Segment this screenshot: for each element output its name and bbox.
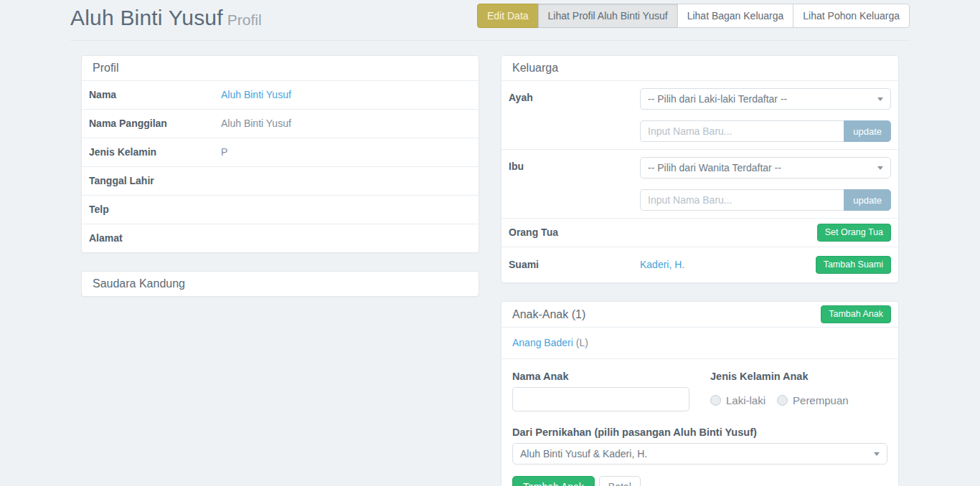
laki-laki-radio-label: Laki-laki xyxy=(726,394,765,406)
perempuan-radio[interactable] xyxy=(777,395,788,406)
jenis-kelamin-anak-label: Jenis Kelamin Anak xyxy=(710,370,887,383)
laki-laki-radio[interactable] xyxy=(710,395,721,406)
child-name-link[interactable]: Anang Baderi xyxy=(512,337,573,348)
nama-anak-input[interactable] xyxy=(512,387,689,411)
page-container: Aluh Binti YusufProfil Edit Data Lihat P… xyxy=(70,0,910,486)
table-row: Nama Aluh Binti Yusuf xyxy=(82,81,479,109)
set-orang-tua-button[interactable]: Set Orang Tua xyxy=(817,224,891,242)
row-value: P xyxy=(221,146,471,159)
row-label: Ayah xyxy=(509,88,633,142)
anak-anak-heading-text: Anak-Anak (1) xyxy=(512,308,585,321)
orang-tua-row: Orang Tua Set Orang Tua xyxy=(501,218,898,247)
ayah-input-group: update xyxy=(640,120,891,142)
tambah-suami-button[interactable]: Tambah Suami xyxy=(816,256,891,274)
saudara-kandung-panel: Saudara Kandung xyxy=(81,271,479,297)
add-child-form: Nama Anak Jenis Kelamin Anak Laki-laki xyxy=(501,358,898,486)
table-row: Alamat xyxy=(82,224,479,252)
row-value xyxy=(221,174,471,188)
row-label: Alamat xyxy=(89,232,214,245)
row-label: Ibu xyxy=(509,157,633,211)
row-label: Tanggal Lahir xyxy=(89,174,214,188)
suami-name-link[interactable]: Kaderi, H. xyxy=(640,259,684,270)
table-row: Jenis Kelamin P xyxy=(82,138,479,166)
pernikahan-select[interactable]: Aluh Binti Yusuf & Kaderi, H. xyxy=(512,443,887,464)
table-row: Nama Panggilan Aluh Binti Yusuf xyxy=(82,109,479,138)
ibu-input-group: update xyxy=(640,189,891,211)
profil-table: Nama Aluh Binti Yusuf Nama Panggilan Alu… xyxy=(82,81,479,252)
tambah-anak-submit-button[interactable]: Tambah Anak xyxy=(512,476,595,486)
table-row: Tanggal Lahir xyxy=(82,166,479,195)
ayah-select[interactable]: -- Pilih dari Laki-laki Terdaftar -- xyxy=(640,88,891,110)
row-label: Nama xyxy=(89,88,214,102)
ayah-update-button[interactable]: update xyxy=(844,120,891,142)
row-value: Aluh Binti Yusuf xyxy=(221,117,471,130)
left-column: Profil Nama Aluh Binti Yusuf Nama Panggi… xyxy=(70,55,490,486)
perempuan-radio-label: Perempuan xyxy=(793,394,849,406)
ayah-select-wrap: -- Pilih dari Laki-laki Terdaftar -- xyxy=(640,88,891,110)
row-label: Jenis Kelamin xyxy=(89,146,214,159)
ayah-new-name-input[interactable] xyxy=(640,120,844,142)
lihat-profil-button[interactable]: Lihat Profil Aluh Binti Yusuf xyxy=(538,4,678,28)
row-value xyxy=(221,232,471,245)
profil-panel: Profil Nama Aluh Binti Yusuf Nama Panggi… xyxy=(81,55,479,253)
saudara-kandung-heading: Saudara Kandung xyxy=(82,272,479,296)
row-label: Orang Tua xyxy=(509,226,633,239)
edit-data-button[interactable]: Edit Data xyxy=(477,4,539,28)
ibu-new-name-input[interactable] xyxy=(640,189,844,211)
anak-anak-panel: Anak-Anak (1) Tambah Anak Anang Baderi (… xyxy=(501,301,899,486)
keluarga-panel: Keluarga Ayah -- Pilih dari Laki-laki Te… xyxy=(501,55,899,283)
page-header: Aluh Binti YusufProfil Edit Data Lihat P… xyxy=(70,0,910,41)
anak-anak-panel-heading: Anak-Anak (1) Tambah Anak xyxy=(501,302,898,327)
gender-radio-group: Laki-laki Perempuan xyxy=(710,394,887,406)
nama-value-link[interactable]: Aluh Binti Yusuf xyxy=(221,89,291,100)
table-row: Telp xyxy=(82,195,479,224)
batal-button[interactable]: Batal xyxy=(599,476,641,486)
ibu-select[interactable]: -- Pilih dari Wanita Terdaftar -- xyxy=(640,157,891,178)
right-column: Keluarga Ayah -- Pilih dari Laki-laki Te… xyxy=(490,55,910,486)
page-subtitle: Profil xyxy=(227,11,262,28)
profil-panel-heading: Profil xyxy=(82,56,479,81)
list-item: Anang Baderi (L) xyxy=(501,327,898,358)
child-gender-suffix: (L) xyxy=(573,337,588,348)
ayah-row: Ayah -- Pilih dari Laki-laki Terdaftar -… xyxy=(501,81,898,149)
tambah-anak-header-button[interactable]: Tambah Anak xyxy=(821,305,891,323)
page-title: Aluh Binti Yusuf xyxy=(70,6,223,29)
keluarga-panel-heading: Keluarga xyxy=(501,56,898,81)
lihat-pohon-keluarga-button[interactable]: Lihat Pohon Keluarga xyxy=(793,4,910,28)
row-label: Telp xyxy=(89,203,214,216)
ibu-select-wrap: -- Pilih dari Wanita Terdaftar -- xyxy=(640,157,891,178)
pernikahan-select-wrap: Aluh Binti Yusuf & Kaderi, H. xyxy=(512,443,887,464)
dari-pernikahan-label: Dari Pernikahan (pilih pasangan Aluh Bin… xyxy=(512,426,887,439)
ibu-update-button[interactable]: update xyxy=(844,189,891,211)
row-label: Nama Panggilan xyxy=(89,117,214,130)
row-label: Suami xyxy=(509,258,633,272)
suami-row: Suami Kaderi, H. Tambah Suami xyxy=(501,247,898,282)
ibu-row: Ibu -- Pilih dari Wanita Terdaftar -- up… xyxy=(501,149,898,218)
lihat-bagan-keluarga-button[interactable]: Lihat Bagan Keluarga xyxy=(677,4,794,28)
nama-anak-label: Nama Anak xyxy=(512,370,689,383)
view-switch-button-group: Edit Data Lihat Profil Aluh Binti Yusuf … xyxy=(477,4,910,28)
row-value xyxy=(221,203,471,216)
